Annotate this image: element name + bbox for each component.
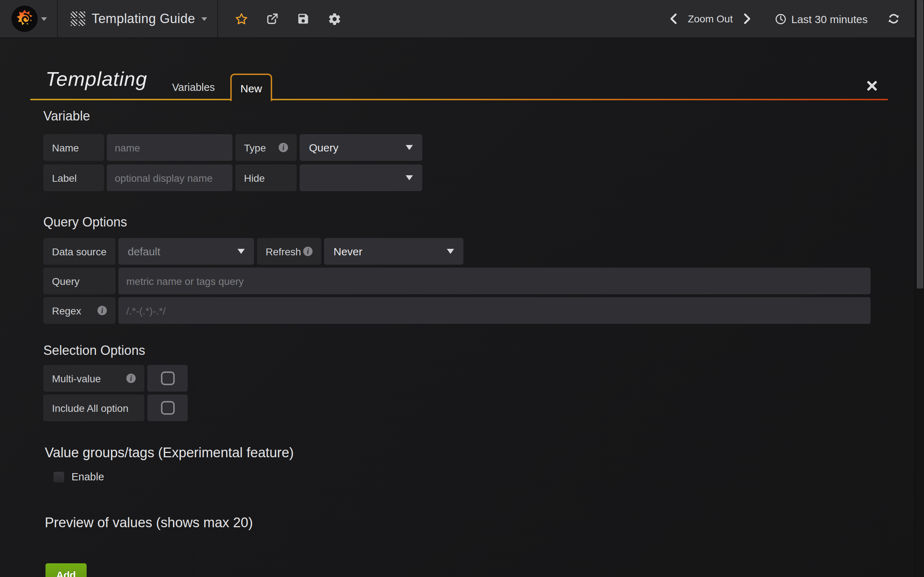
regex-info-icon[interactable]: i xyxy=(97,306,107,315)
enable-label: Enable xyxy=(71,471,104,482)
page-title: Templating xyxy=(45,68,147,91)
refresh-button[interactable] xyxy=(887,11,901,26)
dashboard-picker[interactable]: Templating Guide xyxy=(58,0,218,38)
scrollbar-thumb[interactable] xyxy=(917,0,923,288)
hide-select[interactable] xyxy=(300,164,422,191)
tab-variables[interactable]: Variables xyxy=(160,74,227,100)
preview-heading: Preview of values (shows max 20) xyxy=(45,515,253,531)
multi-value-checkbox[interactable] xyxy=(161,371,174,385)
save-icon xyxy=(297,12,310,25)
select-caret-icon xyxy=(237,249,245,254)
refresh-select-value: Never xyxy=(333,245,362,258)
include-all-checkbox[interactable] xyxy=(161,401,174,415)
type-info-icon[interactable]: i xyxy=(279,143,288,152)
zoom-out-button[interactable]: Zoom Out xyxy=(688,13,733,24)
gear-icon xyxy=(328,12,341,26)
time-range-picker[interactable]: Last 30 minutes xyxy=(775,13,868,25)
logo-caret-icon xyxy=(41,17,47,21)
refresh-info-icon[interactable]: i xyxy=(303,247,313,256)
time-range-label: Last 30 minutes xyxy=(791,13,868,25)
multi-value-checkbox-cell xyxy=(147,365,188,392)
scrollbar-track[interactable] xyxy=(914,0,924,577)
chevron-left-icon xyxy=(669,13,678,24)
grafana-menu-button[interactable] xyxy=(0,0,57,38)
select-caret-icon xyxy=(447,249,454,254)
multi-value-label: Multi-value i xyxy=(43,365,144,392)
include-all-checkbox-cell xyxy=(147,395,188,421)
clock-icon xyxy=(775,13,787,25)
save-button[interactable] xyxy=(296,11,311,26)
datasource-select-value: default xyxy=(128,245,160,258)
grafana-logo-icon xyxy=(10,5,38,32)
type-select-value: Query xyxy=(309,141,339,154)
star-icon xyxy=(234,12,248,26)
tab-new[interactable]: New xyxy=(230,74,272,101)
datasource-label: Data source xyxy=(43,238,115,265)
multi-value-info-icon[interactable]: i xyxy=(126,374,136,383)
include-all-label: Include All option xyxy=(43,395,144,421)
grafana-app: Templating Guide xyxy=(0,0,924,577)
query-label: Query xyxy=(43,268,115,294)
refresh-select[interactable]: Never xyxy=(324,238,464,265)
datasource-select[interactable]: default xyxy=(118,238,254,265)
selection-options-heading: Selection Options xyxy=(43,343,145,358)
refresh-icon xyxy=(887,12,900,25)
top-navbar: Templating Guide xyxy=(0,0,924,38)
add-button[interactable]: Add xyxy=(45,563,87,577)
hide-label: Hide xyxy=(235,164,297,191)
chevron-right-icon xyxy=(742,13,752,24)
select-caret-icon xyxy=(406,145,413,150)
enable-checkbox[interactable] xyxy=(53,471,64,482)
type-label: Type i xyxy=(235,134,297,161)
dashboard-caret-icon xyxy=(202,17,208,21)
share-icon xyxy=(266,12,279,25)
refresh-label: Refresh i xyxy=(257,238,321,265)
settings-button[interactable] xyxy=(327,11,342,26)
value-groups-heading: Value groups/tags (Experimental feature) xyxy=(45,445,294,461)
time-shift-forward-button[interactable] xyxy=(740,11,754,26)
regex-label: Regex i xyxy=(43,297,115,324)
dashboard-title: Templating Guide xyxy=(92,11,195,26)
variable-section-heading: Variable xyxy=(43,109,90,124)
tab-underline xyxy=(30,99,888,100)
close-editor-button[interactable] xyxy=(864,78,880,94)
label-input[interactable] xyxy=(107,164,233,191)
select-caret-icon xyxy=(406,175,413,180)
type-select[interactable]: Query xyxy=(300,134,422,161)
label-label: Label xyxy=(43,164,104,191)
star-button[interactable] xyxy=(234,11,249,26)
regex-input[interactable] xyxy=(118,297,871,324)
name-label: Name xyxy=(43,134,104,161)
close-icon xyxy=(866,80,878,92)
dashboard-grid-icon xyxy=(71,11,85,26)
query-options-heading: Query Options xyxy=(43,215,127,230)
share-button[interactable] xyxy=(265,11,280,26)
query-input[interactable] xyxy=(118,268,871,294)
time-shift-back-button[interactable] xyxy=(666,11,681,26)
name-input[interactable] xyxy=(107,134,233,161)
